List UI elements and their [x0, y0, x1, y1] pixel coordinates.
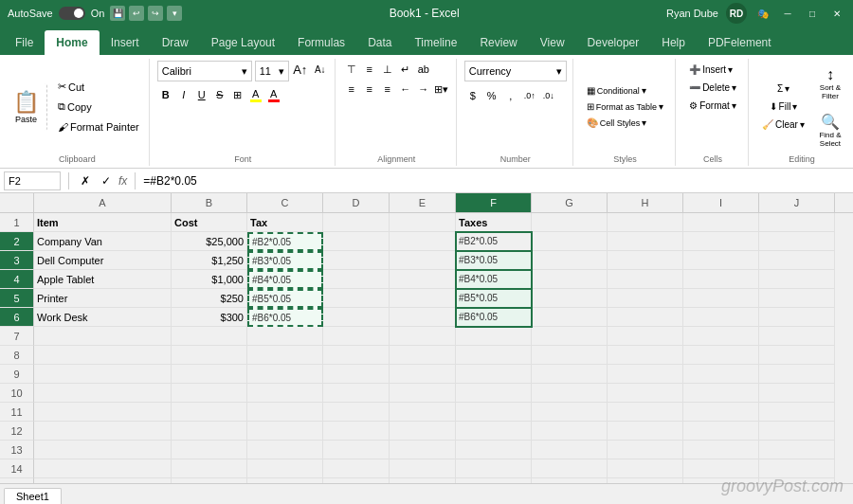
align-left-button[interactable]: ≡ — [343, 81, 360, 98]
align-top-button[interactable]: ⊤ — [343, 61, 360, 78]
bold-button[interactable]: B — [157, 86, 174, 103]
tab-page-layout[interactable]: Page Layout — [200, 30, 286, 55]
cell-c6[interactable]: #B6*0.05 — [247, 308, 323, 327]
cell-g5[interactable] — [532, 289, 608, 308]
italic-button[interactable]: I — [175, 86, 192, 103]
borders-button[interactable]: ⊞ — [229, 86, 246, 103]
cell-j7[interactable] — [759, 327, 835, 346]
sheet-tab-1[interactable]: Sheet1 — [4, 488, 62, 504]
col-header-a[interactable]: A — [34, 193, 172, 212]
cell-reference-box[interactable]: F2 — [4, 171, 61, 190]
cell-a2[interactable]: Company Van — [34, 232, 172, 251]
merge-center-button[interactable]: ⊞▾ — [433, 81, 450, 98]
insert-cells-button[interactable]: ➕ Insert ▾ — [683, 61, 742, 78]
accounting-button[interactable]: $ — [464, 87, 481, 104]
cell-h7[interactable] — [608, 327, 683, 346]
cell-i4[interactable] — [683, 270, 759, 289]
cell-d6[interactable] — [323, 308, 390, 327]
cell-h5[interactable] — [608, 289, 683, 308]
cell-j1[interactable] — [759, 213, 835, 232]
more-icon[interactable]: ▾ — [167, 6, 182, 21]
cell-f1[interactable]: Taxes — [456, 213, 532, 232]
tab-home[interactable]: Home — [45, 30, 99, 55]
clear-button[interactable]: 🧹 Clear ▾ — [756, 117, 810, 134]
cell-b5[interactable]: $250 — [172, 289, 247, 308]
decrease-font-size-button[interactable]: A↓ — [312, 61, 329, 78]
increase-decimal-button[interactable]: .0↑ — [521, 87, 538, 104]
maximize-button[interactable]: □ — [804, 5, 821, 22]
number-format-dropdown[interactable]: Currency ▾ — [464, 61, 567, 81]
font-color-button[interactable]: A — [265, 86, 282, 103]
format-as-table-button[interactable]: ⊞ Format as Table ▾ — [581, 99, 669, 115]
redo-icon[interactable]: ↪ — [148, 6, 163, 21]
close-button[interactable]: ✕ — [828, 5, 845, 22]
cell-e5[interactable] — [390, 289, 456, 308]
cell-b3[interactable]: $1,250 — [172, 251, 247, 270]
tab-view[interactable]: View — [529, 30, 576, 55]
cell-e6[interactable] — [390, 308, 456, 327]
cell-i7[interactable] — [683, 327, 759, 346]
col-header-g[interactable]: G — [532, 193, 608, 212]
align-bottom-button[interactable]: ⊥ — [379, 61, 396, 78]
cell-g1[interactable] — [532, 213, 608, 232]
ribbon-toggle[interactable]: 🎭 — [754, 5, 771, 22]
tab-review[interactable]: Review — [468, 30, 528, 55]
cell-h6[interactable] — [608, 308, 683, 327]
find-select-button[interactable]: 🔍 Find & Select — [813, 107, 847, 153]
save-icon[interactable]: 💾 — [110, 6, 125, 21]
cell-j2[interactable] — [759, 232, 835, 251]
cell-b7[interactable] — [172, 327, 247, 346]
cell-c7[interactable] — [247, 327, 323, 346]
cell-d2[interactable] — [323, 232, 390, 251]
tab-insert[interactable]: Insert — [100, 30, 151, 55]
delete-cells-button[interactable]: ➖ Delete ▾ — [683, 79, 742, 96]
orientation-button[interactable]: ab — [415, 61, 432, 78]
col-header-b[interactable]: B — [172, 193, 247, 212]
cell-j6[interactable] — [759, 308, 835, 327]
align-center-button[interactable]: ≡ — [361, 81, 378, 98]
cell-i6[interactable] — [683, 308, 759, 327]
cell-a4[interactable]: Apple Tablet — [34, 270, 172, 289]
autosum-button[interactable]: Σ ▾ — [771, 81, 795, 98]
autosave-toggle[interactable] — [59, 7, 85, 20]
cell-g2[interactable] — [532, 232, 608, 251]
cell-d7[interactable] — [323, 327, 390, 346]
tab-timeline[interactable]: Timeline — [403, 30, 468, 55]
cell-c2[interactable]: #B2*0.05 — [247, 232, 323, 251]
tab-data[interactable]: Data — [356, 30, 403, 55]
format-painter-button[interactable]: 🖌 Format Painter — [54, 118, 143, 135]
cell-d4[interactable] — [323, 270, 390, 289]
cell-b4[interactable]: $1,000 — [172, 270, 247, 289]
percent-button[interactable]: % — [483, 87, 500, 104]
cell-h3[interactable] — [608, 251, 683, 270]
cell-b2[interactable]: $25,000 — [172, 232, 247, 251]
underline-button[interactable]: U — [193, 86, 210, 103]
tab-developer[interactable]: Developer — [576, 30, 651, 55]
fill-color-button[interactable]: A — [247, 86, 264, 103]
cell-g4[interactable] — [532, 270, 608, 289]
col-header-e[interactable]: E — [390, 193, 456, 212]
format-cells-button[interactable]: ⚙ Format ▾ — [683, 97, 742, 114]
cell-a5[interactable]: Printer — [34, 289, 172, 308]
increase-font-size-button[interactable]: A↑ — [292, 61, 309, 78]
cell-i5[interactable] — [683, 289, 759, 308]
cell-f4[interactable]: #B4*0.05 — [456, 270, 532, 289]
cell-h4[interactable] — [608, 270, 683, 289]
cell-j4[interactable] — [759, 270, 835, 289]
cell-e7[interactable] — [390, 327, 456, 346]
col-header-i[interactable]: I — [683, 193, 759, 212]
cell-d1[interactable] — [323, 213, 390, 232]
increase-indent-button[interactable]: → — [415, 81, 432, 98]
cell-b6[interactable]: $300 — [172, 308, 247, 327]
tab-help[interactable]: Help — [650, 30, 697, 55]
col-header-h[interactable]: H — [608, 193, 683, 212]
cell-e1[interactable] — [390, 213, 456, 232]
cell-i2[interactable] — [683, 232, 759, 251]
cell-i3[interactable] — [683, 251, 759, 270]
cell-a1[interactable]: Item — [34, 213, 172, 232]
cell-c3[interactable]: #B3*0.05 — [247, 251, 323, 270]
tab-pdfelement[interactable]: PDFelement — [697, 30, 783, 55]
cell-g6[interactable] — [532, 308, 608, 327]
cell-j3[interactable] — [759, 251, 835, 270]
col-header-j[interactable]: J — [759, 193, 835, 212]
